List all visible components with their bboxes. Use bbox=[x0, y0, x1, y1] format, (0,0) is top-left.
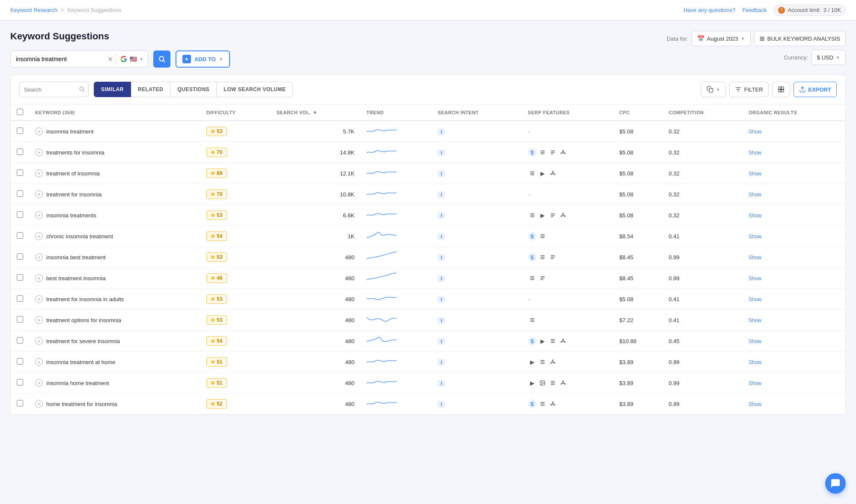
difficulty-dot bbox=[211, 130, 215, 133]
tab-related[interactable]: RELATED bbox=[131, 82, 170, 97]
add-keyword-icon[interactable]: + bbox=[35, 295, 43, 303]
date-selector[interactable]: 📅 August 2023 ▼ bbox=[692, 31, 751, 46]
serp-icon-ads: $ bbox=[528, 232, 537, 240]
show-results-link[interactable]: Show bbox=[749, 171, 761, 177]
row-checkbox[interactable] bbox=[17, 379, 23, 385]
row-checkbox[interactable] bbox=[17, 190, 23, 197]
show-results-link[interactable]: Show bbox=[749, 317, 761, 323]
add-to-button[interactable]: + ADD TO ▼ bbox=[176, 50, 230, 68]
search-vol-cell: 5.7K bbox=[271, 121, 361, 142]
keyword-input[interactable]: insomnia treatment bbox=[11, 56, 105, 62]
row-checkbox[interactable] bbox=[17, 169, 23, 176]
add-keyword-icon[interactable]: + bbox=[35, 211, 43, 219]
show-results-link[interactable]: Show bbox=[749, 338, 761, 344]
svg-point-83 bbox=[550, 362, 551, 363]
feedback-link[interactable]: Feedback bbox=[742, 7, 767, 13]
add-keyword-icon[interactable]: + bbox=[35, 148, 43, 156]
difficulty-dot bbox=[211, 234, 215, 238]
serp-none: – bbox=[528, 191, 531, 198]
organic-results-cell: Show bbox=[743, 226, 845, 247]
breadcrumb-link-1[interactable]: Keyword Research bbox=[10, 7, 57, 13]
organic-results-cell: Show bbox=[743, 247, 845, 268]
bulk-btn-label: BULK KEYWORD ANALYSIS bbox=[767, 36, 840, 42]
keyword-text: insomnia home treatment bbox=[46, 380, 109, 386]
show-results-link[interactable]: Show bbox=[749, 276, 761, 282]
row-checkbox[interactable] bbox=[17, 295, 23, 302]
serp-icons-cell: $ bbox=[528, 232, 608, 240]
serp-icon-featured-snippet bbox=[538, 358, 547, 366]
svg-point-81 bbox=[552, 360, 553, 361]
row-checkbox[interactable] bbox=[17, 253, 23, 260]
row-checkbox[interactable] bbox=[17, 274, 23, 281]
keyword-cell: + home treatment for insomnia bbox=[29, 394, 200, 415]
row-checkbox[interactable] bbox=[17, 127, 23, 134]
show-results-link[interactable]: Show bbox=[749, 359, 761, 365]
row-checkbox[interactable] bbox=[17, 358, 23, 365]
serp-icon-ads: $ bbox=[528, 337, 537, 345]
search-vol-cell: 480 bbox=[271, 331, 361, 352]
add-keyword-icon[interactable]: + bbox=[35, 190, 43, 198]
serp-icons-cell: ▶ bbox=[528, 379, 608, 387]
col-search-vol[interactable]: SEARCH VOL. ▼ bbox=[271, 104, 361, 121]
tab-similar[interactable]: SIMILAR bbox=[94, 82, 131, 97]
serp-icon-video: ▶ bbox=[528, 358, 537, 366]
row-checkbox[interactable] bbox=[17, 232, 23, 239]
view-toggle-button[interactable] bbox=[772, 82, 790, 97]
row-checkbox[interactable] bbox=[17, 337, 23, 344]
cpc-cell: $8.54 bbox=[613, 226, 662, 247]
help-link[interactable]: Have any questions? bbox=[683, 7, 735, 13]
trend-cell bbox=[361, 331, 432, 352]
show-results-link[interactable]: Show bbox=[749, 296, 761, 302]
show-results-link[interactable]: Show bbox=[749, 255, 761, 261]
col-cpc[interactable]: CPC bbox=[613, 104, 662, 121]
currency-selector[interactable]: $ USD ▼ bbox=[811, 50, 846, 65]
keyword-cell: + treatment options for insomnia bbox=[29, 310, 200, 331]
search-vol-value: 14.8K bbox=[340, 149, 355, 156]
row-checkbox[interactable] bbox=[17, 148, 23, 155]
add-keyword-icon[interactable]: + bbox=[35, 274, 43, 282]
add-keyword-icon[interactable]: + bbox=[35, 253, 43, 261]
keyword-cell: + treatment for severe insomnia bbox=[29, 331, 200, 352]
add-keyword-icon[interactable]: + bbox=[35, 379, 43, 387]
filter-search-input[interactable] bbox=[20, 86, 75, 93]
tab-low-search-volume[interactable]: LOW SEARCH VOLUME bbox=[217, 82, 293, 97]
search-button[interactable] bbox=[153, 50, 170, 68]
add-keyword-icon[interactable]: + bbox=[35, 358, 43, 366]
search-input-wrap: insomnia treatment ✕ 🇺🇸 ▼ bbox=[10, 50, 148, 68]
organic-results-cell: Show bbox=[743, 163, 845, 184]
keyword-cell: + treatment for insomnia bbox=[29, 184, 200, 205]
add-keyword-icon[interactable]: + bbox=[35, 316, 43, 324]
intent-badge: I bbox=[438, 296, 445, 303]
copy-button[interactable]: ▼ bbox=[701, 82, 726, 97]
serp-icon-featured-snippet bbox=[528, 274, 537, 282]
col-competition[interactable]: COMPETITION bbox=[663, 104, 743, 121]
bulk-keyword-button[interactable]: ⊞ BULK KEYWORD ANALYSIS bbox=[754, 31, 846, 46]
search-engine-selector[interactable]: 🇺🇸 ▼ bbox=[116, 55, 148, 63]
tab-questions[interactable]: QUESTIONS bbox=[170, 82, 217, 97]
row-checkbox[interactable] bbox=[17, 211, 23, 218]
row-checkbox-cell bbox=[11, 247, 29, 268]
filter-button[interactable]: FILTER bbox=[729, 82, 769, 97]
add-keyword-icon[interactable]: + bbox=[35, 127, 43, 135]
add-keyword-icon[interactable]: + bbox=[35, 400, 43, 408]
col-keyword[interactable]: KEYWORD (359) bbox=[29, 104, 200, 121]
row-checkbox[interactable] bbox=[17, 400, 23, 406]
serp-icon-featured-snippet bbox=[538, 148, 547, 157]
show-results-link[interactable]: Show bbox=[749, 213, 761, 219]
show-results-link[interactable]: Show bbox=[749, 129, 761, 135]
col-difficulty[interactable]: DIFFICULTY bbox=[200, 104, 271, 121]
add-keyword-icon[interactable]: + bbox=[35, 169, 43, 177]
select-all-checkbox[interactable] bbox=[17, 109, 23, 115]
show-results-link[interactable]: Show bbox=[749, 401, 761, 407]
export-button[interactable]: EXPORT bbox=[793, 82, 837, 97]
show-results-link[interactable]: Show bbox=[749, 192, 761, 198]
add-keyword-icon[interactable]: + bbox=[35, 232, 43, 240]
show-results-link[interactable]: Show bbox=[749, 150, 761, 156]
show-results-link[interactable]: Show bbox=[749, 380, 761, 386]
add-keyword-icon[interactable]: + bbox=[35, 337, 43, 345]
clear-input-icon[interactable]: ✕ bbox=[105, 55, 116, 63]
date-chevron: ▼ bbox=[741, 36, 745, 41]
show-results-link[interactable]: Show bbox=[749, 234, 761, 240]
competition-cell: 0.32 bbox=[663, 205, 743, 226]
row-checkbox[interactable] bbox=[17, 316, 23, 323]
